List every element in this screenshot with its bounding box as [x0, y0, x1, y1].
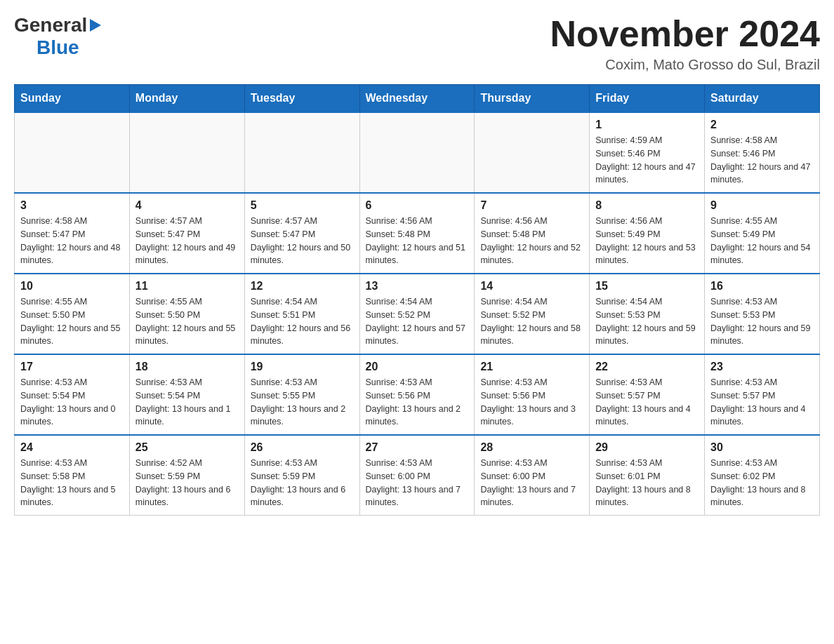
table-row: 21Sunrise: 4:53 AMSunset: 5:56 PMDayligh…	[475, 354, 590, 435]
day-number: 17	[20, 361, 124, 373]
table-row: 30Sunrise: 4:53 AMSunset: 6:02 PMDayligh…	[705, 435, 820, 516]
calendar-week-row: 3Sunrise: 4:58 AMSunset: 5:47 PMDaylight…	[15, 193, 820, 274]
day-number: 5	[251, 199, 354, 212]
day-info: Sunrise: 4:54 AMSunset: 5:51 PMDaylight:…	[251, 295, 354, 348]
table-row: 15Sunrise: 4:54 AMSunset: 5:53 PMDayligh…	[590, 274, 705, 354]
day-info: Sunrise: 4:57 AMSunset: 5:47 PMDaylight:…	[251, 215, 354, 267]
table-row: 13Sunrise: 4:54 AMSunset: 5:52 PMDayligh…	[359, 274, 475, 354]
table-row: 20Sunrise: 4:53 AMSunset: 5:56 PMDayligh…	[359, 354, 475, 435]
table-row: 10Sunrise: 4:55 AMSunset: 5:50 PMDayligh…	[15, 274, 130, 354]
table-row: 24Sunrise: 4:53 AMSunset: 5:58 PMDayligh…	[15, 435, 130, 516]
day-number: 9	[710, 199, 814, 212]
day-info: Sunrise: 4:53 AMSunset: 5:57 PMDaylight:…	[710, 376, 814, 429]
day-info: Sunrise: 4:53 AMSunset: 5:53 PMDaylight:…	[710, 295, 814, 348]
day-number: 11	[135, 280, 239, 293]
day-number: 4	[135, 199, 239, 212]
logo-blue-text: Blue	[37, 36, 79, 59]
day-info: Sunrise: 4:53 AMSunset: 5:57 PMDaylight:…	[595, 376, 699, 429]
day-info: Sunrise: 4:53 AMSunset: 5:55 PMDaylight:…	[251, 376, 354, 429]
table-row: 14Sunrise: 4:54 AMSunset: 5:52 PMDayligh…	[475, 274, 590, 354]
day-info: Sunrise: 4:53 AMSunset: 5:54 PMDaylight:…	[20, 376, 124, 429]
header-sunday: Sunday	[15, 85, 130, 113]
calendar-week-row: 24Sunrise: 4:53 AMSunset: 5:58 PMDayligh…	[15, 435, 820, 516]
day-number: 24	[20, 441, 124, 454]
header-wednesday: Wednesday	[359, 85, 475, 113]
table-row: 4Sunrise: 4:57 AMSunset: 5:47 PMDaylight…	[129, 193, 244, 274]
day-info: Sunrise: 4:53 AMSunset: 6:02 PMDaylight:…	[710, 457, 814, 509]
table-row	[129, 112, 244, 193]
day-info: Sunrise: 4:54 AMSunset: 5:53 PMDaylight:…	[595, 295, 699, 348]
day-info: Sunrise: 4:53 AMSunset: 6:00 PMDaylight:…	[366, 457, 469, 509]
day-info: Sunrise: 4:56 AMSunset: 5:48 PMDaylight:…	[366, 215, 469, 267]
day-info: Sunrise: 4:53 AMSunset: 5:54 PMDaylight:…	[135, 376, 239, 429]
table-row: 19Sunrise: 4:53 AMSunset: 5:55 PMDayligh…	[244, 354, 359, 435]
table-row: 25Sunrise: 4:52 AMSunset: 5:59 PMDayligh…	[129, 435, 244, 516]
table-row: 23Sunrise: 4:53 AMSunset: 5:57 PMDayligh…	[705, 354, 820, 435]
table-row	[359, 112, 475, 193]
table-row: 8Sunrise: 4:56 AMSunset: 5:49 PMDaylight…	[590, 193, 705, 274]
day-number: 23	[710, 361, 814, 373]
day-info: Sunrise: 4:58 AMSunset: 5:46 PMDaylight:…	[710, 134, 814, 187]
calendar-week-row: 17Sunrise: 4:53 AMSunset: 5:54 PMDayligh…	[15, 354, 820, 435]
day-number: 20	[366, 361, 469, 373]
day-number: 29	[595, 441, 699, 454]
day-info: Sunrise: 4:54 AMSunset: 5:52 PMDaylight:…	[366, 295, 469, 348]
table-row: 9Sunrise: 4:55 AMSunset: 5:49 PMDaylight…	[705, 193, 820, 274]
calendar-week-row: 1Sunrise: 4:59 AMSunset: 5:46 PMDaylight…	[15, 112, 820, 193]
table-row: 5Sunrise: 4:57 AMSunset: 5:47 PMDaylight…	[244, 193, 359, 274]
day-number: 12	[251, 280, 354, 293]
table-row: 11Sunrise: 4:55 AMSunset: 5:50 PMDayligh…	[129, 274, 244, 354]
table-row: 26Sunrise: 4:53 AMSunset: 5:59 PMDayligh…	[244, 435, 359, 516]
day-info: Sunrise: 4:53 AMSunset: 6:01 PMDaylight:…	[595, 457, 699, 509]
header-tuesday: Tuesday	[244, 85, 359, 113]
day-number: 19	[251, 361, 354, 373]
day-info: Sunrise: 4:53 AMSunset: 5:58 PMDaylight:…	[20, 457, 124, 509]
day-number: 26	[251, 441, 354, 454]
day-info: Sunrise: 4:58 AMSunset: 5:47 PMDaylight:…	[20, 215, 124, 267]
table-row: 6Sunrise: 4:56 AMSunset: 5:48 PMDaylight…	[359, 193, 475, 274]
logo: General Blue	[14, 14, 102, 59]
day-number: 1	[595, 119, 699, 131]
day-info: Sunrise: 4:57 AMSunset: 5:47 PMDaylight:…	[135, 215, 239, 267]
header-thursday: Thursday	[475, 85, 590, 113]
day-number: 22	[595, 361, 699, 373]
table-row	[475, 112, 590, 193]
day-number: 13	[366, 280, 469, 293]
title-block: November 2024 Coxim, Mato Grosso do Sul,…	[550, 14, 820, 73]
day-number: 15	[595, 280, 699, 293]
day-info: Sunrise: 4:53 AMSunset: 5:56 PMDaylight:…	[366, 376, 469, 429]
day-number: 18	[135, 361, 239, 373]
page-subtitle: Coxim, Mato Grosso do Sul, Brazil	[550, 57, 820, 73]
table-row: 22Sunrise: 4:53 AMSunset: 5:57 PMDayligh…	[590, 354, 705, 435]
day-number: 28	[480, 441, 583, 454]
day-number: 8	[595, 199, 699, 212]
table-row	[244, 112, 359, 193]
header-friday: Friday	[590, 85, 705, 113]
day-info: Sunrise: 4:54 AMSunset: 5:52 PMDaylight:…	[480, 295, 583, 348]
day-info: Sunrise: 4:56 AMSunset: 5:48 PMDaylight:…	[480, 215, 583, 267]
day-number: 21	[480, 361, 583, 373]
table-row	[15, 112, 130, 193]
table-row: 2Sunrise: 4:58 AMSunset: 5:46 PMDaylight…	[705, 112, 820, 193]
table-row: 3Sunrise: 4:58 AMSunset: 5:47 PMDaylight…	[15, 193, 130, 274]
day-info: Sunrise: 4:53 AMSunset: 5:56 PMDaylight:…	[480, 376, 583, 429]
table-row: 18Sunrise: 4:53 AMSunset: 5:54 PMDayligh…	[129, 354, 244, 435]
day-info: Sunrise: 4:53 AMSunset: 5:59 PMDaylight:…	[251, 457, 354, 509]
day-info: Sunrise: 4:52 AMSunset: 5:59 PMDaylight:…	[135, 457, 239, 509]
page-header: General Blue November 2024 Coxim, Mato G…	[14, 14, 820, 73]
day-info: Sunrise: 4:59 AMSunset: 5:46 PMDaylight:…	[595, 134, 699, 187]
day-number: 14	[480, 280, 583, 293]
header-saturday: Saturday	[705, 85, 820, 113]
day-number: 6	[366, 199, 469, 212]
table-row: 29Sunrise: 4:53 AMSunset: 6:01 PMDayligh…	[590, 435, 705, 516]
table-row: 28Sunrise: 4:53 AMSunset: 6:00 PMDayligh…	[475, 435, 590, 516]
day-info: Sunrise: 4:56 AMSunset: 5:49 PMDaylight:…	[595, 215, 699, 267]
day-number: 3	[20, 199, 124, 212]
logo-triangle-icon	[90, 19, 101, 32]
logo-general-text: General	[14, 14, 87, 36]
day-number: 2	[710, 119, 814, 131]
header-monday: Monday	[129, 85, 244, 113]
day-info: Sunrise: 4:55 AMSunset: 5:49 PMDaylight:…	[710, 215, 814, 267]
day-number: 27	[366, 441, 469, 454]
day-number: 30	[710, 441, 814, 454]
